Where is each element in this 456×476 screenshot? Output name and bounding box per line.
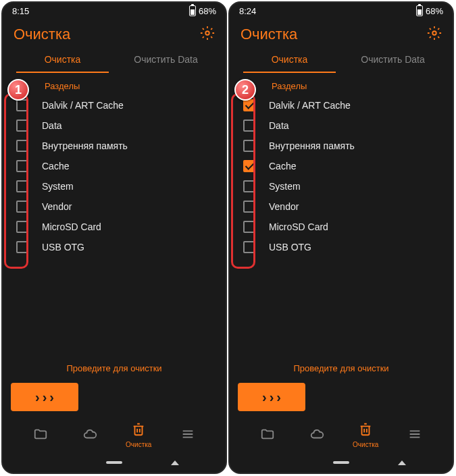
system-nav-bar: [230, 451, 453, 473]
menu-icon: [180, 427, 195, 444]
chevron-right-icon: ›: [262, 390, 267, 405]
list-item[interactable]: Data: [11, 115, 218, 136]
checkbox[interactable]: [243, 120, 255, 132]
checkbox[interactable]: [16, 99, 28, 111]
list-item[interactable]: USB OTG: [11, 237, 218, 257]
chevron-right-icon: ›: [49, 390, 54, 405]
item-label: Dalvik / ART Cache: [269, 100, 351, 111]
battery-pct: 68%: [426, 6, 443, 16]
checkbox[interactable]: [16, 180, 28, 192]
checkbox[interactable]: [243, 241, 255, 253]
nav-clean[interactable]: Очистка: [114, 422, 163, 448]
checkbox[interactable]: [16, 221, 28, 233]
tab-clean[interactable]: Очистка: [238, 47, 341, 73]
list-item[interactable]: Dalvik / ART Cache: [11, 95, 218, 115]
list-item[interactable]: Vendor: [11, 196, 218, 217]
list-item[interactable]: Внутренняя память: [11, 136, 218, 156]
nav-menu[interactable]: [163, 427, 213, 444]
status-right: 68%: [189, 5, 216, 16]
list-item[interactable]: System: [11, 176, 218, 196]
list-item[interactable]: USB OTG: [238, 237, 445, 257]
settings-button[interactable]: [427, 26, 442, 43]
item-label: Vendor: [269, 201, 299, 212]
swipe-to-clean-button[interactable]: ›››: [11, 383, 78, 411]
content-area: РазделыDalvik / ART CacheDataВнутренняя …: [3, 73, 226, 358]
item-label: Data: [269, 120, 289, 131]
list-item[interactable]: Data: [238, 115, 445, 136]
status-right: 68%: [416, 5, 443, 16]
checkbox[interactable]: [16, 241, 28, 253]
checkbox[interactable]: [243, 180, 255, 192]
phone-screen: 8:2468%ОчисткаОчисткаОчистить DataРаздел…: [228, 1, 454, 474]
tab-clear-data[interactable]: Очистить Data: [341, 47, 445, 73]
svg-point-1: [432, 31, 436, 35]
nav-cloud[interactable]: [66, 427, 115, 444]
status-bar: 8:2468%: [230, 3, 453, 19]
list-item[interactable]: Cache: [238, 156, 445, 176]
checkbox[interactable]: [243, 99, 255, 111]
sys-nav-recents[interactable]: [394, 458, 410, 467]
status-time: 8:15: [12, 6, 29, 16]
item-label: USB OTG: [269, 242, 311, 253]
tabs: ОчисткаОчистить Data: [3, 47, 226, 73]
nav-clean-label: Очистка: [126, 441, 151, 448]
checkbox[interactable]: [243, 201, 255, 213]
item-label: USB OTG: [42, 242, 84, 253]
sys-nav-home[interactable]: [106, 458, 122, 467]
list-item[interactable]: System: [238, 176, 445, 196]
nav-files[interactable]: [16, 427, 66, 444]
folder-icon: [260, 427, 275, 444]
sys-nav-recents[interactable]: [167, 458, 183, 467]
sys-nav-home[interactable]: [333, 458, 349, 467]
swipe-area: Проведите для очистки›››: [230, 358, 453, 417]
chevron-right-icon: ›: [276, 390, 281, 405]
section-label: Разделы: [11, 76, 218, 95]
page-title: Очистка: [14, 26, 70, 43]
item-label: Dalvik / ART Cache: [42, 100, 124, 111]
item-label: Data: [42, 120, 62, 131]
menu-icon: [407, 427, 422, 444]
item-label: System: [42, 181, 74, 192]
list-item[interactable]: Cache: [11, 156, 218, 176]
list-item[interactable]: MicroSD Card: [11, 217, 218, 237]
item-label: MicroSD Card: [42, 221, 101, 232]
list-item[interactable]: MicroSD Card: [238, 217, 445, 237]
item-label: Cache: [269, 161, 296, 171]
sys-nav-spacer: [272, 458, 288, 467]
nav-cloud[interactable]: [293, 427, 342, 444]
system-nav-bar: [3, 451, 226, 473]
chevron-right-icon: ›: [270, 390, 274, 405]
tab-clear-data[interactable]: Очистить Data: [114, 47, 218, 73]
list-item[interactable]: Внутренняя память: [238, 136, 445, 156]
swipe-label: Проведите для очистки: [238, 358, 445, 383]
swipe-to-clean-button[interactable]: ›››: [238, 383, 305, 411]
cloud-icon: [82, 427, 97, 444]
list-item[interactable]: Vendor: [238, 196, 445, 217]
sys-nav-spacer: [45, 458, 61, 467]
settings-button[interactable]: [200, 26, 215, 43]
checkbox[interactable]: [16, 160, 28, 172]
header: Очистка: [3, 19, 226, 47]
list-item[interactable]: Dalvik / ART Cache: [238, 95, 445, 115]
nav-files[interactable]: [243, 427, 293, 444]
checkbox[interactable]: [243, 221, 255, 233]
tab-clean[interactable]: Очистка: [11, 47, 114, 73]
nav-clean[interactable]: Очистка: [341, 422, 390, 448]
checkbox[interactable]: [243, 140, 255, 152]
checkbox[interactable]: [16, 140, 28, 152]
item-label: Vendor: [42, 201, 72, 212]
item-label: Cache: [42, 161, 69, 171]
battery-icon: [189, 5, 196, 16]
status-bar: 8:1568%: [3, 3, 226, 19]
nav-clean-label: Очистка: [353, 441, 378, 448]
partition-list: Dalvik / ART CacheDataВнутренняя памятьC…: [238, 95, 445, 257]
tabs: ОчисткаОчистить Data: [230, 47, 453, 73]
nav-menu[interactable]: [390, 427, 440, 444]
trash-icon: [131, 422, 146, 440]
item-label: MicroSD Card: [269, 221, 328, 232]
checkbox[interactable]: [243, 160, 255, 172]
swipe-label: Проведите для очистки: [11, 358, 218, 383]
item-label: Внутренняя память: [42, 140, 128, 151]
checkbox[interactable]: [16, 120, 28, 132]
checkbox[interactable]: [16, 201, 28, 213]
